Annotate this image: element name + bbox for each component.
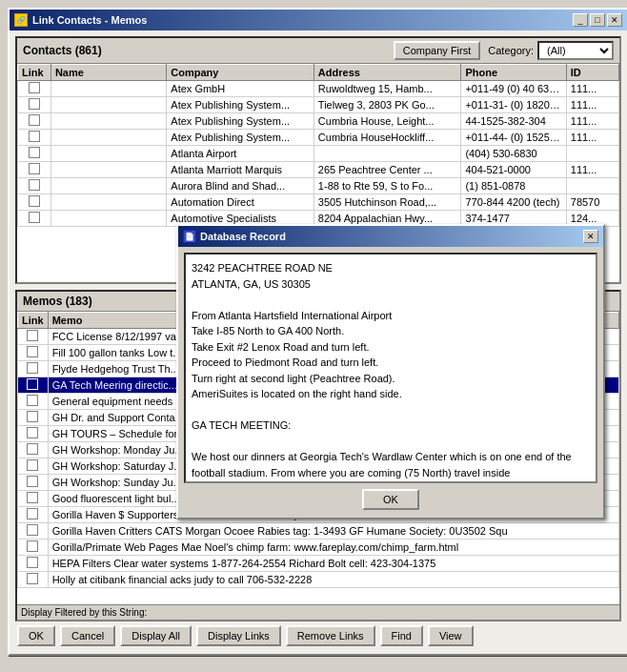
modal-close-button[interactable]: ✕ (583, 230, 598, 243)
modal-text-area[interactable]: 3242 PEACHTREE ROAD NE ATLANTA, GA, US 3… (184, 253, 597, 483)
modal-body: 3242 PEACHTREE ROAD NE ATLANTA, GA, US 3… (178, 247, 603, 518)
modal-icon: 📄 (183, 230, 196, 243)
modal-footer: OK (184, 483, 597, 512)
modal-title-buttons: ✕ (583, 230, 598, 243)
modal-title: Database Record (200, 231, 286, 242)
database-record-modal: 📄 Database Record ✕ 3242 PEACHTREE ROAD … (176, 224, 605, 519)
modal-ok-button[interactable]: OK (362, 489, 419, 510)
modal-overlay: 📄 Database Record ✕ 3242 PEACHTREE ROAD … (0, 0, 621, 648)
modal-title-bar: 📄 Database Record ✕ (178, 226, 603, 247)
modal-title-text: 📄 Database Record (183, 230, 286, 243)
main-window: 🔗 Link Contacts - Memos _ □ ✕ Contacts (… (8, 8, 627, 656)
